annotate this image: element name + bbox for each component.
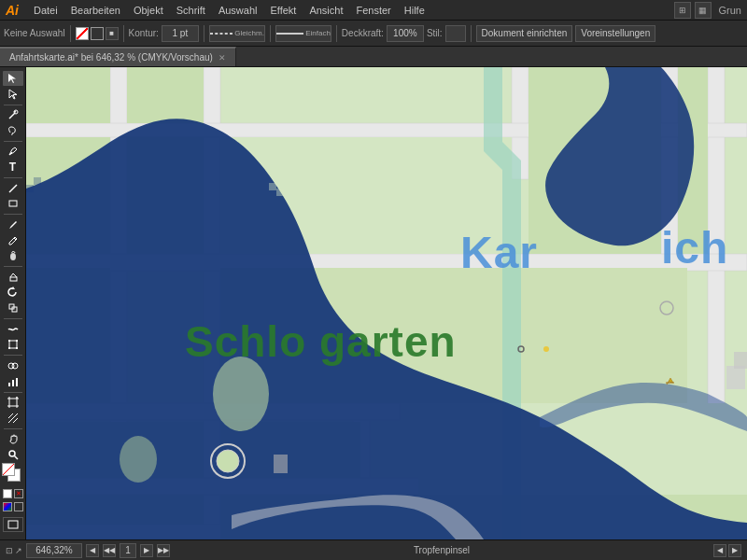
opacity-input[interactable]: 100%: [387, 25, 424, 42]
left-sep-4: [4, 214, 22, 215]
opacity-label: Deckkraft:: [342, 28, 384, 38]
svg-rect-34: [8, 521, 18, 528]
direct-selection-tool-btn[interactable]: [3, 87, 23, 102]
free-transform-btn[interactable]: [3, 338, 23, 353]
first-btn[interactable]: ◀◀: [103, 544, 116, 557]
svg-text:ich: ich: [661, 223, 728, 273]
tool-name-display: Tropfenpinsel: [174, 545, 710, 555]
left-sep-3: [4, 177, 22, 178]
next-btn[interactable]: ▶: [140, 544, 153, 557]
status-nav-right: ◀ ▶: [713, 544, 741, 557]
status-bar: ⊡ ↗ 646,32% ◀ ◀◀ ▶ ▶▶ Tropfenpinsel ◀ ▶: [0, 539, 747, 560]
arrange-btn[interactable]: ▦: [695, 2, 712, 19]
menu-bar: Datei Bearbeiten Objekt Schrift Auswahl …: [28, 3, 430, 18]
menu-auswahl[interactable]: Auswahl: [213, 3, 263, 18]
menu-datei[interactable]: Datei: [28, 3, 63, 18]
prev-artboard-btn[interactable]: ◀: [86, 544, 99, 557]
style-selector[interactable]: [445, 25, 466, 42]
magic-wand-btn[interactable]: [3, 107, 23, 122]
menu-bearbeiten[interactable]: Bearbeiten: [65, 3, 126, 18]
menu-fenster[interactable]: Fenster: [350, 3, 396, 18]
doc-tab-title: Anfahrtskarte.ai* bei 646,32 % (CMYK/Vor…: [9, 52, 213, 63]
kontur-label: Kontur:: [129, 28, 159, 38]
menu-schrift[interactable]: Schrift: [171, 3, 211, 18]
left-toolbar: T: [0, 67, 26, 539]
gradient-swatch[interactable]: [3, 502, 12, 511]
artboard-number-input[interactable]: [120, 543, 136, 558]
close-tab-button[interactable]: ✕: [218, 53, 226, 63]
doc-setup-button[interactable]: Dokument einrichten: [476, 25, 573, 42]
menu-effekt[interactable]: Effekt: [264, 3, 302, 18]
zoom-level: 646,32%: [35, 545, 72, 555]
svg-point-62: [120, 436, 157, 483]
menu-hilfe[interactable]: Hilfe: [399, 3, 430, 18]
shapebuilder-btn[interactable]: [3, 358, 23, 373]
svg-text:Schlo  garten: Schlo garten: [185, 317, 457, 366]
lasso-btn[interactable]: [3, 123, 23, 138]
document-tab[interactable]: Anfahrtskarte.ai* bei 646,32 % (CMYK/Vor…: [0, 47, 236, 66]
pen-tool-btn[interactable]: [3, 144, 23, 159]
app-logo: Ai: [6, 3, 19, 18]
warp-btn[interactable]: [3, 322, 23, 337]
type-tool-btn[interactable]: T: [3, 160, 23, 175]
none-btn[interactable]: ✕: [14, 489, 23, 498]
menu-ansicht[interactable]: Ansicht: [303, 3, 348, 18]
svg-rect-5: [9, 201, 17, 206]
svg-rect-65: [274, 455, 288, 473]
zoom-display[interactable]: 646,32%: [26, 543, 82, 558]
stroke-width-input[interactable]: 1 pt: [162, 25, 199, 42]
stroke-style2-select[interactable]: Einfach: [275, 25, 331, 42]
toolbar-sep-4: [270, 25, 271, 42]
svg-rect-14: [16, 340, 18, 342]
title-bar: Ai Datei Bearbeiten Objekt Schrift Auswa…: [0, 0, 747, 21]
bottom-icons: [3, 517, 23, 532]
svg-line-0: [9, 113, 15, 119]
zoom-btn[interactable]: [3, 447, 23, 462]
left-sep-2: [4, 141, 22, 142]
workspace-btn[interactable]: ⊞: [674, 2, 691, 19]
svg-point-73: [543, 346, 549, 352]
selection-label: Keine Auswahl: [4, 28, 65, 38]
stil-label: Stil:: [427, 28, 443, 38]
toolbar-sep-3: [204, 25, 204, 42]
svg-rect-15: [8, 347, 10, 349]
svg-rect-47: [26, 67, 110, 123]
pencil-btn[interactable]: [3, 233, 23, 248]
hand-btn[interactable]: [3, 431, 23, 446]
status-icon-1: ⊡: [6, 546, 13, 555]
stroke-swatch[interactable]: [91, 27, 104, 40]
fill-swatch[interactable]: [76, 27, 89, 40]
rotate-btn[interactable]: [3, 286, 23, 301]
svg-rect-19: [8, 383, 10, 386]
svg-rect-16: [16, 347, 18, 349]
paintbrush-btn[interactable]: [3, 217, 23, 232]
blob-brush-btn[interactable]: [3, 248, 23, 263]
slice-btn[interactable]: [3, 411, 23, 426]
selection-tool-btn[interactable]: [3, 71, 23, 86]
fill-stroke-swatches[interactable]: [2, 463, 24, 485]
rect-tool-btn[interactable]: [3, 196, 23, 211]
svg-point-32: [9, 451, 15, 456]
status-prev-btn[interactable]: ◀: [713, 544, 726, 557]
color-swatches: ✕: [2, 463, 24, 536]
none-swatch[interactable]: ■: [106, 27, 119, 40]
artboard-btn[interactable]: [3, 395, 23, 410]
presets-button[interactable]: Voreinstellungen: [575, 25, 655, 42]
screen-mode-btn[interactable]: [3, 517, 23, 532]
reset-colors-btn[interactable]: [3, 489, 12, 498]
eraser-btn[interactable]: [3, 270, 23, 285]
menu-objekt[interactable]: Objekt: [128, 3, 169, 18]
pattern-swatch[interactable]: [14, 502, 23, 511]
stroke-style1-select[interactable]: Gleichm.: [209, 25, 265, 42]
status-next-btn[interactable]: ▶: [728, 544, 741, 557]
stroke-color-area: ■: [76, 27, 119, 40]
last-btn[interactable]: ▶▶: [157, 544, 170, 557]
grun-label: Grun: [719, 5, 741, 16]
svg-line-4: [9, 185, 17, 192]
toolbar: Keine Auswahl ■ Kontur: 1 pt Gleichm. Ei…: [0, 21, 747, 47]
graph-btn[interactable]: [3, 374, 23, 389]
scale-btn[interactable]: [3, 301, 23, 315]
document-tab-bar: Anfahrtskarte.ai* bei 646,32 % (CMYK/Vor…: [0, 47, 747, 67]
line-tool-btn[interactable]: [3, 181, 23, 196]
left-sep-9: [4, 428, 22, 429]
